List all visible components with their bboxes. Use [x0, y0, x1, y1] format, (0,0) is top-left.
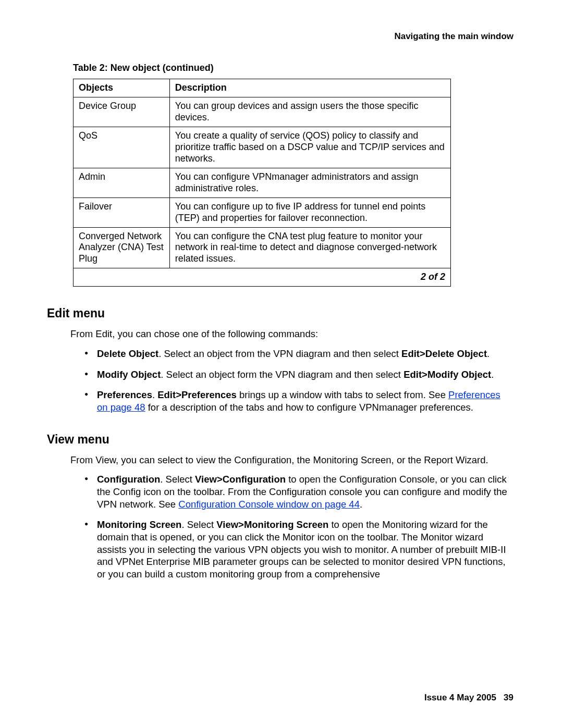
edit-list: Delete Object. Select an object from the…: [84, 348, 513, 414]
list-item: Delete Object. Select an object from the…: [84, 348, 513, 360]
command: Edit>Preferences: [157, 389, 237, 400]
cell-object: Device Group: [74, 97, 170, 127]
cell-desc: You can configure VPNmanager administrat…: [169, 168, 450, 198]
edit-intro: From Edit, you can chose one of the foll…: [70, 328, 513, 340]
term: Delete Object: [97, 348, 158, 359]
command: Edit>Modify Object: [403, 369, 491, 380]
text: .: [360, 499, 362, 510]
cell-desc: You can group devices and assign users t…: [169, 97, 450, 127]
cell-object: Admin: [74, 168, 170, 198]
heading-view-menu: View menu: [47, 433, 513, 447]
col-header-objects: Objects: [74, 79, 170, 97]
table-row: Device Group You can group devices and a…: [74, 97, 451, 127]
list-item: Monitoring Screen. Select View>Monitorin…: [84, 519, 513, 580]
text: . Select an object from the VPN diagram …: [158, 348, 401, 359]
text: for a description of the tabs and how to…: [145, 402, 473, 413]
heading-edit-menu: Edit menu: [47, 306, 513, 320]
page-number: 39: [504, 693, 513, 702]
table-header-row: Objects Description: [74, 79, 451, 97]
command: View>Monitoring Screen: [216, 519, 328, 530]
issue-label: Issue 4 May 2005: [424, 693, 496, 702]
cell-desc: You create a quality of service (QOS) po…: [169, 127, 450, 168]
list-item: Modify Object. Select an object form the…: [84, 368, 513, 381]
cell-object: Failover: [74, 198, 170, 227]
cell-object: Converged Network Analyzer (CNA) Test Pl…: [74, 227, 170, 268]
cell-object: QoS: [74, 127, 170, 168]
command: View>Configuration: [195, 474, 286, 485]
text: .: [152, 389, 157, 400]
cell-desc: You can configure the CNA test plug feat…: [169, 227, 450, 268]
list-item: Configuration. Select View>Configuration…: [84, 473, 513, 510]
table-row: Failover You can configure up to five IP…: [74, 198, 451, 227]
running-head: Navigating the main window: [47, 31, 513, 42]
table-row: Admin You can configure VPNmanager admin…: [74, 168, 451, 198]
text: . Select: [181, 519, 216, 530]
term: Monitoring Screen: [97, 519, 181, 530]
document-page: Navigating the main window Table 2: New …: [0, 0, 563, 728]
cell-desc: You can configure up to five IP address …: [169, 198, 450, 227]
command: Edit>Delete Object: [401, 348, 487, 359]
term: Configuration: [97, 474, 160, 485]
table-paging-row: 2 of 2: [74, 268, 451, 287]
term: Preferences: [97, 389, 152, 400]
text: . Select an object form the VPN diagram …: [161, 369, 403, 380]
new-object-table: Objects Description Device Group You can…: [73, 79, 451, 287]
table-paging: 2 of 2: [74, 268, 451, 287]
link-config-console[interactable]: Configuration Console window on page 44: [178, 499, 360, 510]
page-footer: Issue 4 May 2005 39: [424, 693, 513, 703]
table-row: Converged Network Analyzer (CNA) Test Pl…: [74, 227, 451, 268]
text: .: [491, 369, 494, 380]
text: .: [487, 348, 489, 359]
text: brings up a window with tabs to select f…: [237, 389, 448, 400]
table-caption: Table 2: New object (continued): [73, 63, 513, 73]
term: Modify Object: [97, 369, 161, 380]
view-intro: From View, you can select to view the Co…: [70, 454, 513, 466]
list-item: Preferences. Edit>Preferences brings up …: [84, 389, 513, 413]
col-header-description: Description: [169, 79, 450, 97]
text: . Select: [160, 474, 195, 485]
table-row: QoS You create a quality of service (QOS…: [74, 127, 451, 168]
view-list: Configuration. Select View>Configuration…: [84, 473, 513, 580]
